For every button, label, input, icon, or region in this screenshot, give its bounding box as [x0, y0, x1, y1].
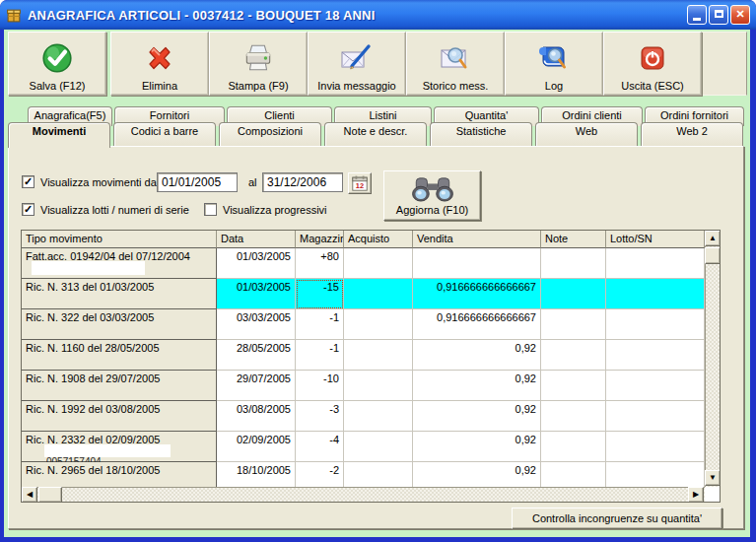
cell-acquisto[interactable]	[344, 340, 413, 371]
tab-statistiche[interactable]: Statistiche	[430, 122, 532, 146]
scroll-up-arrow[interactable]: ▲	[705, 231, 721, 246]
cell-vendita[interactable]	[413, 248, 541, 279]
cell-lotto[interactable]	[606, 340, 705, 371]
cell-magazzino[interactable]: -1	[296, 340, 344, 371]
cell-acquisto[interactable]	[344, 371, 413, 401]
cell-acquisto[interactable]	[344, 462, 413, 487]
send-message-button[interactable]: Invia messaggio	[308, 32, 406, 96]
cell-data[interactable]: 01/03/2005	[217, 248, 296, 279]
refresh-button[interactable]: Aggiorna (F10)	[383, 170, 481, 221]
cell-data[interactable]: 28/05/2005	[217, 340, 296, 371]
cell-data[interactable]: 01/03/2005	[217, 279, 296, 309]
cell-vendita[interactable]: 0,916666666666667	[413, 309, 541, 340]
delete-button[interactable]: Elimina	[110, 32, 209, 96]
scroll-right-arrow[interactable]: ▶	[688, 487, 704, 503]
print-button[interactable]: Stampa (F9)	[209, 32, 308, 96]
scroll-down-arrow[interactable]: ▼	[705, 470, 721, 486]
cell-note[interactable]	[541, 248, 606, 279]
cell-acquisto[interactable]	[344, 279, 413, 309]
cell-data[interactable]: 03/08/2005	[217, 401, 296, 432]
date-from-input[interactable]	[157, 172, 238, 192]
tab-web-2[interactable]: Web 2	[641, 122, 743, 146]
table-row[interactable]: Ric. N. 322 del 03/03/2005 03/03/2005 -1…	[22, 309, 705, 340]
check-inconsistencies-button[interactable]: Controlla incongruenze su quantita'	[512, 508, 722, 529]
show-movements-checkbox[interactable]	[22, 175, 34, 188]
cell-acquisto[interactable]	[344, 401, 413, 432]
cell-lotto[interactable]	[606, 462, 705, 487]
table-row-selected[interactable]: Ric. N. 313 del 01/03/2005 01/03/2005 -1…	[22, 279, 705, 309]
cell-tipo[interactable]: Ric. N. 1992 del 03/08/2005	[22, 401, 217, 432]
cell-lotto[interactable]	[606, 279, 705, 309]
vertical-scroll-thumb[interactable]	[705, 247, 721, 264]
col-header-note[interactable]: Note	[541, 231, 606, 248]
cell-tipo[interactable]: Ric. N. 313 del 01/03/2005	[22, 279, 217, 309]
scroll-left-arrow[interactable]: ◀	[22, 487, 37, 503]
tab-codici-a-barre[interactable]: Codici a barre	[113, 122, 216, 146]
table-row[interactable]: Ric. N. 1908 del 29/07/2005 29/07/2005 -…	[22, 371, 705, 401]
table-row[interactable]: Ric. N. 1992 del 03/08/2005 03/08/2005 -…	[22, 401, 705, 432]
cell-vendita[interactable]: 0,92	[413, 401, 541, 432]
cell-data[interactable]: 03/03/2005	[217, 309, 296, 340]
cell-note[interactable]	[541, 309, 606, 340]
cell-magazzino[interactable]: -4	[296, 432, 344, 462]
col-header-acquisto[interactable]: Acquisto	[344, 231, 413, 248]
tab-web[interactable]: Web	[535, 122, 638, 146]
col-header-vendita[interactable]: Vendita	[413, 231, 541, 248]
tab-movimenti[interactable]: Movimenti	[8, 122, 110, 148]
horizontal-scrollbar[interactable]: ◀ ▶	[22, 487, 705, 503]
cell-magazzino-focused[interactable]: -15	[296, 279, 344, 309]
exit-button[interactable]: Uscita (ESC)	[603, 32, 702, 96]
cell-lotto[interactable]	[606, 248, 705, 279]
cell-acquisto[interactable]	[344, 248, 413, 279]
cell-note[interactable]	[541, 279, 606, 309]
minimize-button[interactable]	[687, 5, 707, 25]
save-button[interactable]: Salva (F12)	[8, 32, 106, 96]
cell-data[interactable]: 02/09/2005	[217, 432, 296, 462]
cell-tipo[interactable]: Ric. N. 322 del 03/03/2005	[22, 309, 217, 340]
table-row[interactable]: Ric. N. 1160 del 28/05/2005 28/05/2005 -…	[22, 340, 705, 371]
col-header-magazzino[interactable]: Magazzino	[296, 231, 344, 248]
col-header-tipo-movimento[interactable]: Tipo movimento	[22, 231, 217, 248]
date-to-input[interactable]	[262, 172, 343, 192]
maximize-button[interactable]	[709, 5, 728, 25]
cell-note[interactable]	[541, 401, 606, 432]
show-progress-checkbox[interactable]	[204, 203, 217, 216]
cell-magazzino[interactable]: +80	[296, 248, 344, 279]
cell-lotto[interactable]	[606, 309, 705, 340]
cell-magazzino[interactable]: -1	[296, 309, 344, 340]
cell-vendita[interactable]: 0,92	[413, 371, 541, 401]
col-header-data[interactable]: Data	[217, 231, 296, 248]
cell-data[interactable]: 29/07/2005	[217, 371, 296, 401]
horizontal-scroll-thumb[interactable]	[38, 487, 62, 503]
log-button[interactable]: Log	[505, 32, 603, 96]
cell-lotto[interactable]	[606, 401, 705, 432]
col-header-lotto-sn[interactable]: Lotto/SN	[606, 231, 705, 248]
cell-note[interactable]	[541, 340, 606, 371]
cell-tipo[interactable]: Ric. N. 1908 del 29/07/2005	[22, 371, 217, 401]
calendar-button[interactable]: 12	[348, 172, 372, 194]
cell-note[interactable]	[541, 432, 606, 462]
cell-data[interactable]: 18/10/2005	[217, 462, 296, 487]
vertical-scrollbar[interactable]: ▲ ▼	[705, 231, 721, 487]
cell-vendita[interactable]: 0,92	[413, 340, 541, 371]
tab-composizioni[interactable]: Composizioni	[219, 122, 321, 146]
tab-note-e-descr[interactable]: Note e descr.	[324, 122, 427, 146]
table-row[interactable]: Ric. N. 2965 del 18/10/2005 18/10/2005 -…	[22, 462, 705, 487]
cell-tipo[interactable]: Ric. N. 1160 del 28/05/2005	[22, 340, 217, 371]
cell-lotto[interactable]	[606, 432, 705, 462]
cell-note[interactable]	[541, 371, 606, 401]
cell-acquisto[interactable]	[344, 432, 413, 462]
cell-note[interactable]	[541, 462, 606, 487]
cell-lotto[interactable]	[606, 371, 705, 401]
cell-vendita[interactable]: 0,92	[413, 432, 541, 462]
cell-acquisto[interactable]	[344, 309, 413, 340]
cell-magazzino[interactable]: -2	[296, 462, 344, 487]
cell-vendita[interactable]: 0,916666666666667	[413, 279, 541, 309]
close-button[interactable]: ✕	[730, 5, 750, 25]
show-lots-checkbox[interactable]	[22, 203, 34, 216]
cell-tipo[interactable]: Ric. N. 2965 del 18/10/2005	[22, 462, 217, 487]
message-history-button[interactable]: Storico mess.	[406, 32, 505, 96]
cell-magazzino[interactable]: -3	[296, 401, 344, 432]
cell-vendita[interactable]: 0,92	[413, 462, 541, 487]
cell-magazzino[interactable]: -10	[296, 371, 344, 401]
